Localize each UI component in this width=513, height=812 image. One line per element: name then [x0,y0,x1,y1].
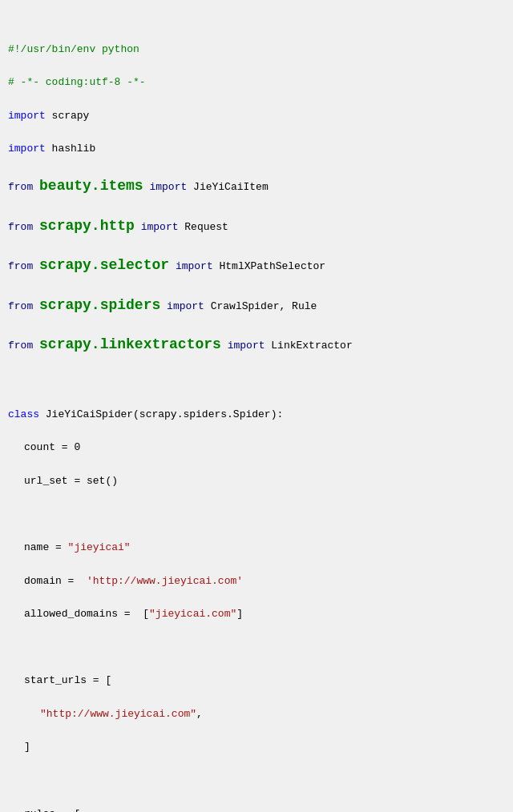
url-item-value: "http://www.jieyicai.com" [40,708,196,720]
import-name-2: Request [178,221,228,233]
allowed-bracket: [ [143,608,149,620]
indent-close: ] [8,741,30,753]
space-2: hashlib [46,143,95,155]
class-keyword: class [8,408,39,420]
urlset-text: url_set = set() [24,475,118,487]
space-1: scrapy [46,110,90,122]
domain-value: 'http://www.jieyicai.com' [87,575,243,587]
space-8 [169,260,176,272]
import-word-3: import [176,260,213,272]
from-keyword-4: from [8,300,33,312]
import-name-5: LinkExtractor [265,340,353,352]
import-keyword-1: import [8,110,46,122]
line-21: ] [8,739,505,756]
space-5 [33,221,39,233]
line-blank-4 [8,773,505,790]
space-10 [160,300,167,312]
rules-label: rules = [ [24,808,80,812]
close-bracket: ] [24,741,30,753]
space-9 [33,300,39,312]
line-blank-2 [8,506,505,523]
indent-name: name = "jieyicai" [8,541,131,553]
indent-start-urls: start_urls = [ [8,674,111,686]
shebang-comment: #!/usr/bin/env python [8,43,139,55]
line-17: allowed_domains = ["jieyicai.com"] [8,606,505,623]
space-3 [33,181,39,193]
line-19: start_urls = [ [8,673,505,689]
start-urls-label: start_urls = [ [24,674,111,686]
indent-urlset: url_set = set() [8,475,118,487]
line-13: url_set = set() [8,473,505,490]
indent-allowed: allowed_domains = ["jieyicai.com"] [8,608,243,620]
import-word-4: import [167,300,204,312]
indent-count: count = 0 [8,441,80,453]
space-7 [33,260,39,272]
count-text: count = 0 [24,441,80,453]
indent-domain: domain = 'http://www.jieyicai.com' [8,575,243,587]
from-keyword-2: from [8,221,33,233]
code-editor: #!/usr/bin/env python # -*- coding:utf-8… [8,8,505,812]
line-5: from beauty.items import JieYiCaiItem [8,175,505,198]
module-beauty: beauty.items [39,178,143,194]
line-9: from scrapy.linkextractors import LinkEx… [8,333,505,356]
indent-rules: rules = [ [8,808,80,812]
from-keyword-3: from [8,260,33,272]
line-23: rules = [ [8,806,505,812]
line-6: from scrapy.http import Request [8,215,505,238]
import-name-3: HtmlXPathSelector [213,260,325,272]
name-value: "jieyicai" [68,541,131,553]
line-15: name = "jieyicai" [8,540,505,557]
line-12: count = 0 [8,440,505,456]
import-word-2: import [141,221,179,233]
from-keyword-5: from [8,340,33,352]
module-scrapy-http: scrapy.http [39,218,135,234]
module-scrapy-selector: scrapy.selector [39,257,169,273]
import-name-4: CrawlSpider, Rule [204,300,317,312]
name-label: name = [24,541,68,553]
space-12 [221,340,228,352]
indent-url-item: "http://www.jieyicai.com", [8,708,203,720]
module-scrapy-link: scrapy.linkextractors [39,336,221,352]
from-keyword-1: from [8,181,33,193]
line-blank-3 [8,640,505,657]
import-keyword-2: import [8,143,46,155]
line-16: domain = 'http://www.jieyicai.com' [8,573,505,590]
space-6 [135,221,141,233]
allowed-close: ] [236,608,243,620]
line-2: # -*- coding:utf-8 -*- [8,74,505,91]
line-11: class JieYiCaiSpider(scrapy.spiders.Spid… [8,407,505,424]
module-scrapy-spiders: scrapy.spiders [39,297,160,313]
coding-comment: # -*- coding:utf-8 -*- [8,76,146,88]
line-8: from scrapy.spiders import CrawlSpider, … [8,294,505,317]
line-blank-1 [8,373,505,390]
line-1: #!/usr/bin/env python [8,42,505,58]
import-word-1: import [149,181,187,193]
space-11 [33,340,39,352]
allowed-value: "jieyicai.com" [149,608,236,620]
line-7: from scrapy.selector import HtmlXPathSel… [8,254,505,277]
import-word-5: import [228,340,265,352]
class-name-text: JieYiCaiSpider(scrapy.spiders.Spider): [39,408,283,420]
line-20: "http://www.jieyicai.com", [8,706,505,723]
domain-label: domain = [24,575,87,587]
line-4: import hashlib [8,141,505,158]
import-name-1: JieYiCaiItem [187,181,268,193]
url-comma: , [196,708,203,720]
line-3: import scrapy [8,108,505,125]
allowed-label: allowed_domains = [24,608,143,620]
